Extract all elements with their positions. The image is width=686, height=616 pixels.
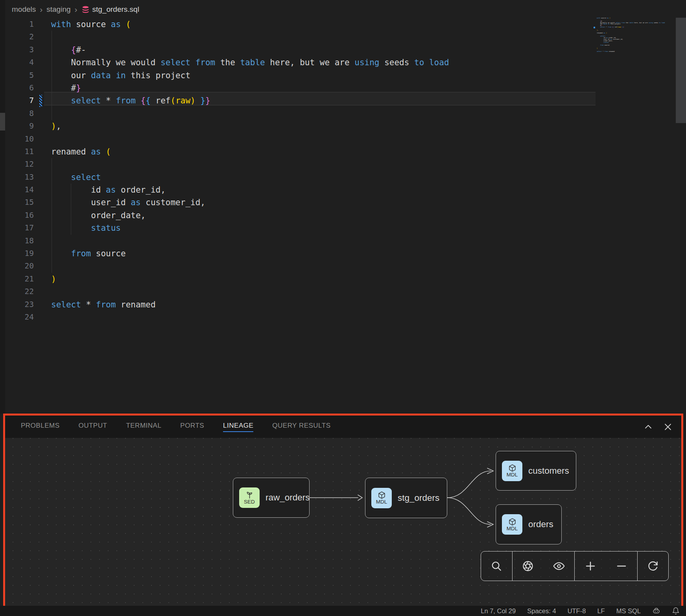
model-badge: MDL: [371, 488, 392, 508]
badge-label: MDL: [507, 472, 518, 478]
code-line[interactable]: 24: [0, 311, 686, 324]
code-line[interactable]: 10: [0, 133, 686, 145]
code-line[interactable]: 7 select * from {{ ref(raw) }}: [0, 94, 686, 107]
code-line[interactable]: 9),: [0, 120, 686, 132]
node-label: raw_orders: [266, 493, 310, 503]
lineage-graph-canvas[interactable]: SED raw_orders MDL stg_orders: [5, 438, 681, 606]
aperture-icon[interactable]: [517, 552, 539, 581]
tab-problems[interactable]: PROBLEMS: [21, 422, 59, 432]
tab-ports[interactable]: PORTS: [180, 422, 204, 432]
breadcrumb-separator-icon: ›: [40, 5, 42, 14]
code-line[interactable]: 12: [0, 158, 686, 171]
badge-label: SED: [244, 499, 255, 505]
code-line[interactable]: [597, 52, 668, 54]
code-editor: models › staging › stg_orders.sql 1with …: [0, 0, 686, 414]
code-line[interactable]: 6 #}: [0, 82, 686, 94]
status-bar: Ln 7, Col 29 Spaces: 4 UTF-8 LF MS SQL: [0, 606, 686, 616]
code-line[interactable]: 21): [0, 273, 686, 285]
code-line[interactable]: 18: [0, 235, 686, 247]
editor-left-edge: [0, 0, 5, 414]
cube-icon: [378, 491, 386, 499]
refresh-icon[interactable]: [642, 552, 664, 581]
lineage-node-stg-orders[interactable]: MDL stg_orders: [365, 478, 447, 518]
code-line[interactable]: 23select * from renamed: [0, 298, 686, 311]
seedling-icon: [245, 491, 254, 499]
lineage-node-raw-orders[interactable]: SED raw_orders: [233, 478, 310, 518]
code-line[interactable]: 5 our data in this project: [0, 69, 686, 82]
notifications-bell-icon[interactable]: [672, 607, 680, 615]
chevron-up-icon[interactable]: [644, 422, 653, 432]
code-line[interactable]: 1with source as (: [0, 18, 686, 31]
editor-scrollbar-thumb[interactable]: [676, 18, 686, 123]
encoding[interactable]: UTF-8: [568, 607, 586, 615]
node-label: customers: [528, 466, 569, 476]
node-label: stg_orders: [398, 493, 439, 503]
left-scrollbar-thumb[interactable]: [0, 113, 5, 131]
code-line[interactable]: 11renamed as (: [0, 145, 686, 158]
tab-terminal[interactable]: TERMINAL: [126, 422, 161, 432]
eye-icon[interactable]: [548, 552, 570, 581]
code-line[interactable]: 22: [0, 285, 686, 298]
zoom-in-icon[interactable]: [579, 552, 601, 581]
code-line[interactable]: 19 from source: [0, 247, 686, 260]
code-line[interactable]: 16 order_date,: [0, 209, 686, 222]
language-mode[interactable]: MS SQL: [616, 607, 641, 615]
breadcrumb-separator-icon: ›: [75, 5, 77, 14]
code-line[interactable]: 14 id as order_id,: [0, 184, 686, 196]
code-lines[interactable]: 1with source as (23 {#-4 Normally we wou…: [0, 18, 686, 324]
code-line[interactable]: 3 {#-: [0, 44, 686, 56]
node-label: orders: [528, 519, 553, 530]
code-line[interactable]: 20: [0, 260, 686, 272]
code-line[interactable]: 4 Normally we would select from the tabl…: [0, 56, 686, 69]
close-icon[interactable]: [663, 422, 673, 432]
copilot-icon[interactable]: [652, 607, 660, 615]
tab-lineage[interactable]: LINEAGE: [223, 422, 253, 432]
indentation-setting[interactable]: Spaces: 4: [527, 607, 556, 615]
breadcrumb: models › staging › stg_orders.sql: [12, 3, 139, 16]
cube-icon: [508, 518, 516, 526]
model-badge: MDL: [502, 461, 522, 481]
lineage-toolbar: [481, 551, 669, 581]
tab-query-results[interactable]: QUERY RESULTS: [272, 422, 330, 432]
cube-icon: [508, 464, 516, 472]
code-line[interactable]: 13 select: [0, 171, 686, 184]
code-line[interactable]: 15 user_id as customer_id,: [0, 196, 686, 209]
breadcrumb-filename: stg_orders.sql: [92, 5, 139, 14]
lineage-node-orders[interactable]: MDL orders: [496, 504, 562, 544]
code-line[interactable]: 8: [0, 107, 686, 120]
code-line[interactable]: 17 status: [0, 222, 686, 234]
bottom-panel-highlighted: PROBLEMS OUTPUT TERMINAL PORTS LINEAGE Q…: [3, 414, 683, 608]
minimap-modified-marker: [594, 27, 595, 28]
badge-label: MDL: [376, 499, 387, 505]
cursor-position[interactable]: Ln 7, Col 29: [481, 607, 516, 615]
breadcrumb-folder[interactable]: models: [12, 5, 36, 14]
minimap[interactable]: with source as ( {#- Normally we would s…: [597, 18, 668, 54]
panel-tab-bar: PROBLEMS OUTPUT TERMINAL PORTS LINEAGE Q…: [5, 416, 681, 438]
badge-label: MDL: [507, 526, 518, 531]
lineage-node-customers[interactable]: MDL customers: [496, 451, 576, 491]
breadcrumb-file[interactable]: stg_orders.sql: [81, 5, 139, 14]
search-icon[interactable]: [485, 552, 507, 581]
code-line[interactable]: 2: [0, 31, 686, 43]
zoom-out-icon[interactable]: [610, 552, 633, 581]
tab-output[interactable]: OUTPUT: [78, 422, 107, 432]
eol-setting[interactable]: LF: [597, 607, 605, 615]
database-icon: [81, 6, 90, 14]
breadcrumb-folder[interactable]: staging: [46, 5, 70, 14]
model-badge: MDL: [502, 514, 522, 535]
seed-badge: SED: [239, 487, 260, 508]
